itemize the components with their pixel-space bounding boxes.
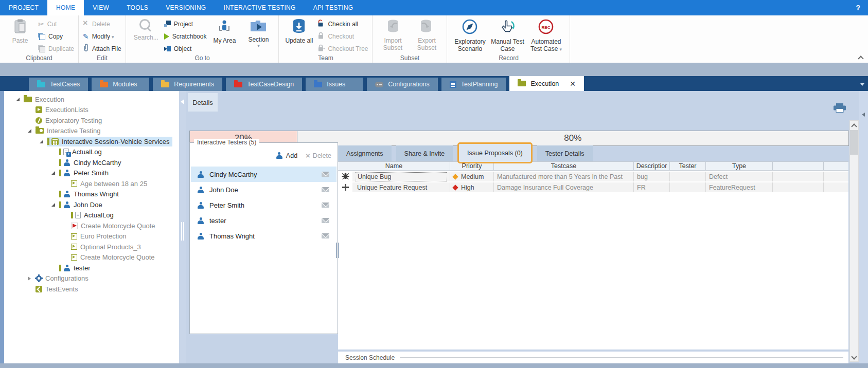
tree-item-peter-smith[interactable]: Peter Smith <box>4 168 179 179</box>
close-tab-icon[interactable]: ✕ <box>570 80 576 88</box>
tree-item-interactive-session[interactable]: Interactive Session-Vehicle Services <box>4 136 179 147</box>
details-tab[interactable]: Details <box>188 93 218 112</box>
add-tester-button[interactable]: Add <box>276 152 297 159</box>
cut-button[interactable]: Cut <box>38 19 74 29</box>
goto-scratchbook-button[interactable]: Scratchbook <box>164 31 207 41</box>
tree-item-executionlists[interactable]: ExecutionLists <box>4 105 179 116</box>
tester-row-cindy-mccarthy[interactable]: Cindy McCarthy <box>191 167 336 182</box>
tab-modules[interactable]: Modules <box>92 78 149 91</box>
column-header-tester[interactable]: Tester <box>670 162 706 170</box>
menu-tab-api-testing[interactable]: API TESTING <box>305 0 362 15</box>
tab-share-invite[interactable]: Share & Invite <box>396 145 453 161</box>
vertical-scrollbar[interactable] <box>849 120 859 362</box>
tree-item-configurations[interactable]: Configurations <box>4 273 179 284</box>
section-button[interactable]: Section ▾ <box>242 17 274 54</box>
tester-row-tester[interactable]: tester <box>191 213 336 228</box>
mail-icon[interactable] <box>322 218 329 223</box>
goto-project-button[interactable]: Project <box>164 19 207 29</box>
search-button[interactable]: Search... <box>130 17 162 54</box>
tab-requirements[interactable]: Requirements <box>153 78 222 91</box>
import-subset-button[interactable]: Import Subset <box>377 17 409 54</box>
paste-button[interactable]: Paste <box>4 17 36 54</box>
update-all-button[interactable]: Update all <box>283 17 315 54</box>
exploratory-scenario-button[interactable]: Exploratory Scenario <box>451 17 488 54</box>
my-area-icon <box>217 19 232 35</box>
menu-tab-tools[interactable]: TOOLS <box>118 0 157 15</box>
tree-item-euro-protection[interactable]: Euro Protection <box>4 231 179 242</box>
tree-item-tester[interactable]: tester <box>4 263 179 273</box>
tree-item-testevents[interactable]: TestEvents <box>4 284 179 295</box>
my-area-button[interactable]: My Area <box>208 17 240 54</box>
scroll-down-button[interactable] <box>850 353 858 361</box>
scrollbar-thumb[interactable] <box>850 130 858 155</box>
testers-content-splitter-handle[interactable] <box>336 243 337 258</box>
mail-icon[interactable] <box>322 233 329 238</box>
column-header-description[interactable]: Descriptior <box>634 162 670 170</box>
issue-description-cell: FR <box>634 182 670 192</box>
checkin-all-button[interactable]: Checkin all <box>317 19 368 29</box>
mail-icon[interactable] <box>322 187 329 192</box>
print-button[interactable] <box>834 103 846 114</box>
mail-icon[interactable] <box>322 203 329 208</box>
tab-configurations[interactable]: Configurations <box>367 78 438 91</box>
goto-object-button[interactable]: Object <box>164 44 207 53</box>
checkout-button[interactable]: Checkout <box>317 31 368 41</box>
attach-file-button[interactable]: Attach File <box>83 44 121 53</box>
tab-issues[interactable]: Issues <box>306 78 363 91</box>
expand-arrow-icon[interactable] <box>51 203 55 207</box>
mail-icon[interactable] <box>322 172 329 177</box>
collapse-ribbon-button[interactable] <box>858 55 863 60</box>
modify-button[interactable]: Modify <box>83 31 121 41</box>
menu-tab-versioning[interactable]: VERSIONING <box>157 0 215 15</box>
tree-item-exploratory-testing[interactable]: Exploratory Testing <box>4 115 179 126</box>
menu-tab-home[interactable]: HOME <box>47 0 84 15</box>
expand-arrow-icon[interactable] <box>28 129 31 133</box>
issue-row-unique-bug[interactable]: Unique Bug Medium Manufactured more than… <box>338 172 848 181</box>
tree-item-thomas-wright[interactable]: Thomas Wright <box>4 189 179 200</box>
expand-arrow-icon[interactable] <box>40 140 43 143</box>
expand-arrow-icon[interactable] <box>51 171 55 175</box>
tree-item-actuallog[interactable]: ActualLog <box>4 147 179 158</box>
collapse-panel-arrow-icon[interactable] <box>862 113 865 117</box>
delete-tester-button[interactable]: Delete <box>306 151 331 160</box>
column-header-name[interactable]: Name <box>338 162 450 170</box>
manual-test-case-button[interactable]: Manual Test Case <box>490 17 524 54</box>
tree-item-actuallog-2[interactable]: ActualLog <box>4 210 179 221</box>
tab-overflow-caret[interactable] <box>860 83 864 86</box>
copy-button[interactable]: Copy <box>38 31 74 41</box>
tab-tester-details[interactable]: Tester Details <box>537 145 593 161</box>
menu-tab-project[interactable]: PROJECT <box>0 0 47 15</box>
tester-row-thomas-wright[interactable]: Thomas Wright <box>191 228 336 244</box>
section-dropdown-caret[interactable]: ▾ <box>257 45 260 47</box>
checkout-tree-button[interactable]: Checkout Tree <box>317 44 368 53</box>
tab-testcasedesign[interactable]: TestCaseDesign <box>226 78 302 91</box>
tree-item-interactive-testing[interactable]: Interactive Testing <box>4 126 179 137</box>
menu-tab-interactive-testing[interactable]: INTERACTIVE TESTING <box>215 0 305 15</box>
duplicate-button[interactable]: Duplicate <box>38 44 74 53</box>
export-subset-button[interactable]: Export Subset <box>411 17 442 54</box>
column-header-type[interactable]: Type <box>706 162 773 170</box>
issue-row-unique-feature-request[interactable]: Unique Feature Request High Damage Insur… <box>338 182 848 192</box>
collapsed-arrow-icon[interactable] <box>28 277 31 281</box>
tester-row-peter-smith[interactable]: Peter Smith <box>191 197 336 213</box>
tree-details-splitter[interactable] <box>179 91 186 363</box>
tree-item-create-motorcycle-quote[interactable]: Create Motorcycle Quote <box>4 220 179 231</box>
tester-row-john-doe[interactable]: John Doe <box>191 182 336 197</box>
tree-item-age-between[interactable]: Age between 18 an 25 <box>4 178 179 189</box>
tab-testplanning[interactable]: TestPlanning <box>441 78 506 91</box>
tree-item-optional-products[interactable]: Optional Products_3 <box>4 242 179 252</box>
expand-arrow-icon[interactable] <box>16 98 20 101</box>
scroll-up-button[interactable] <box>850 121 858 130</box>
tree-item-john-doe[interactable]: John Doe <box>4 199 179 210</box>
delete-button[interactable]: Delete <box>83 19 121 29</box>
tab-execution[interactable]: Execution✕ <box>509 76 584 91</box>
tab-assignments[interactable]: Assignments <box>338 145 392 161</box>
menu-tab-view[interactable]: VIEW <box>84 0 118 15</box>
automated-test-case-button[interactable]: REC Automated Test Case <box>526 17 565 54</box>
tab-testcases[interactable]: TestCases <box>29 78 88 91</box>
tree-item-execution[interactable]: Execution <box>4 94 179 105</box>
tab-issue-proposals[interactable]: Issue Proposals (0) <box>457 142 533 163</box>
tree-item-create-motorcycle-quote-2[interactable]: Create Motorcycle Quote <box>4 252 179 263</box>
help-button[interactable]: ? <box>848 0 868 15</box>
tree-item-cindy-mccarthy[interactable]: Cindy McCarthy <box>4 157 179 168</box>
